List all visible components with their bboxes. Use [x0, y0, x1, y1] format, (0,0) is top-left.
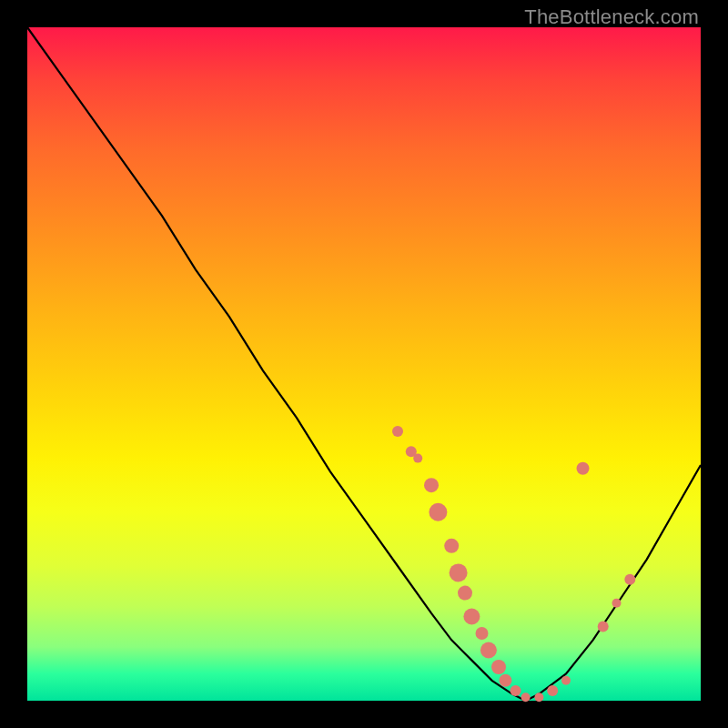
data-marker [624, 574, 635, 585]
data-marker [413, 454, 422, 463]
data-marker [458, 586, 472, 601]
data-marker [491, 660, 506, 674]
data-marker [534, 693, 543, 702]
data-marker [561, 676, 571, 685]
data-marker [598, 622, 609, 632]
data-marker [547, 685, 558, 696]
chart-overlay [27, 27, 701, 701]
data-marker [511, 685, 521, 696]
data-marker [444, 539, 459, 553]
data-marker [429, 503, 447, 521]
bottleneck-curve [27, 27, 701, 701]
data-marker [424, 478, 439, 492]
data-marker [450, 563, 468, 581]
chart-frame: TheBottleneck.com [0, 0, 728, 728]
data-marker [476, 627, 489, 640]
data-marker [577, 462, 590, 475]
data-markers [392, 426, 635, 702]
data-marker [499, 674, 511, 687]
data-marker [480, 642, 497, 659]
watermark-text: TheBottleneck.com [524, 5, 699, 29]
data-marker [392, 426, 403, 437]
data-marker [463, 609, 480, 625]
data-marker [521, 693, 531, 702]
data-marker [612, 599, 622, 608]
